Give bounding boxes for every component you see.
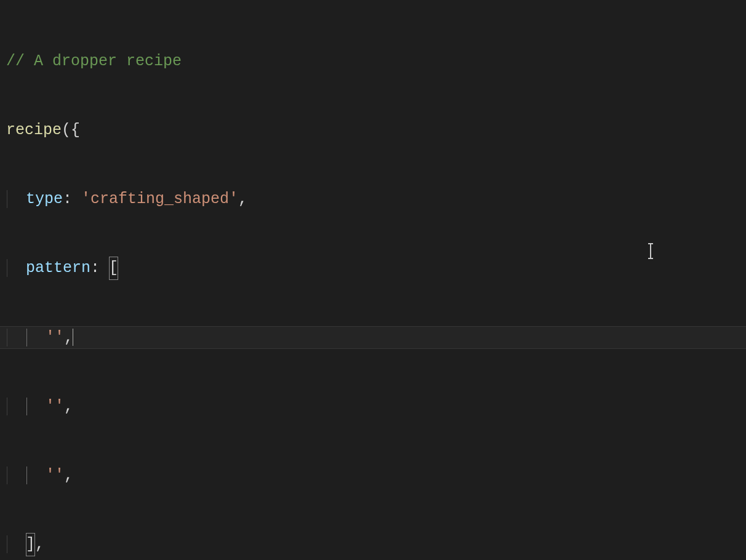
punctuation: , xyxy=(64,466,73,484)
i-beam-cursor-icon xyxy=(650,244,651,258)
function-name: recipe xyxy=(6,121,62,139)
indent-guide xyxy=(7,190,17,208)
indent-guide xyxy=(7,259,17,277)
bracket-match: [ xyxy=(109,257,118,279)
code-line[interactable]: pattern: [ xyxy=(6,257,746,279)
text-cursor xyxy=(73,329,73,346)
punctuation: , xyxy=(64,329,73,346)
punctuation: , xyxy=(64,398,73,415)
punctuation: , xyxy=(35,535,44,553)
punctuation: , xyxy=(238,190,247,208)
code-line[interactable]: type: 'crafting_shaped', xyxy=(6,188,746,210)
bracket-match: ] xyxy=(26,533,35,556)
indent-guide-active xyxy=(26,466,36,484)
indent-guide xyxy=(7,535,17,553)
code-line[interactable]: ], xyxy=(6,533,746,556)
indent-guide-active xyxy=(26,329,36,346)
indent-guide xyxy=(7,398,17,415)
punctuation: ({ xyxy=(62,121,80,139)
string-literal: 'crafting_shaped' xyxy=(81,190,238,208)
string-literal: '' xyxy=(46,398,64,415)
code-line[interactable]: '', xyxy=(6,395,746,418)
code-line[interactable]: recipe({ xyxy=(6,119,746,142)
code-line[interactable]: '', xyxy=(6,464,746,487)
code-editor[interactable]: // A dropper recipe recipe({ type: 'craf… xyxy=(0,0,746,560)
code-line[interactable]: // A dropper recipe xyxy=(6,50,746,73)
comment: // A dropper recipe xyxy=(6,52,182,70)
indent-guide xyxy=(7,466,17,484)
string-literal: '' xyxy=(46,329,64,346)
property: type xyxy=(26,190,63,208)
indent-guide-active xyxy=(26,398,36,415)
code-line-active[interactable]: '', xyxy=(6,326,746,349)
punctuation: : xyxy=(63,190,81,208)
punctuation: : xyxy=(90,259,109,277)
property: pattern xyxy=(26,259,90,277)
indent-guide xyxy=(7,329,17,346)
string-literal: '' xyxy=(46,466,64,484)
